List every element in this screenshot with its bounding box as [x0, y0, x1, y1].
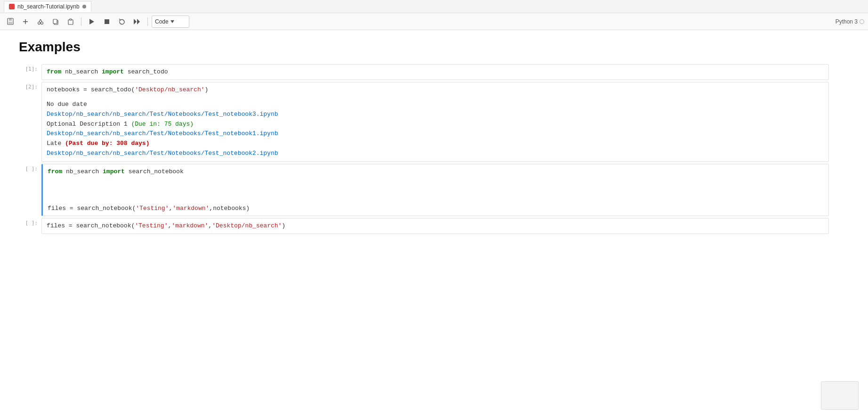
svg-line-8 — [41, 19, 42, 22]
tab-modified-indicator — [82, 5, 86, 8]
func-search-notebook-call: search_notebook — [77, 205, 132, 212]
output-link-notebook1[interactable]: Desktop/nb_search/nb_search/Test/Noteboo… — [47, 130, 278, 137]
separator-2 — [147, 17, 148, 26]
separator-1 — [81, 17, 81, 26]
run-button[interactable] — [85, 16, 98, 28]
func-search-todo: search_todo — [91, 86, 131, 93]
keyword-import-2: import — [103, 168, 125, 175]
cell-4: [ ]: files = search_notebook('Testing','… — [19, 218, 829, 234]
cell-3-input[interactable]: from nb_search import search_notebook fi… — [43, 164, 828, 216]
cell-4-input[interactable]: files = search_notebook('Testing','markd… — [42, 218, 828, 234]
module-name: nb_search — [65, 68, 98, 75]
cell-1-label: [1]: — [19, 64, 41, 72]
restart-button[interactable] — [115, 16, 129, 28]
svg-rect-12 — [70, 19, 72, 20]
copy-button[interactable] — [49, 16, 62, 28]
cell-2-input[interactable]: notebooks = search_todo('Desktop/nb_sear… — [42, 82, 828, 97]
string-testing: 'Testing' — [136, 205, 169, 212]
cell-3-content[interactable]: from nb_search import search_notebook fi… — [41, 164, 829, 217]
output-link-notebook3[interactable]: Desktop/nb_search/nb_search/Test/Noteboo… — [47, 111, 278, 118]
cell-2-label: [2]: — [19, 82, 41, 90]
cell-2-content[interactable]: notebooks = search_todo('Desktop/nb_sear… — [41, 82, 829, 162]
svg-point-5 — [38, 22, 41, 24]
cell-1-input[interactable]: from nb_search import search_todo — [42, 64, 828, 80]
cell-2-output: No due date Desktop/nb_search/nb_search/… — [42, 97, 828, 161]
svg-marker-17 — [170, 20, 174, 23]
output-optional-desc: Optional Description 1 — [47, 121, 131, 128]
var-notebooks-ref: notebooks — [213, 205, 246, 212]
svg-rect-2 — [8, 22, 12, 24]
add-cell-button[interactable] — [19, 16, 32, 28]
func-search-notebook-call-2: search_notebook — [76, 222, 131, 229]
string-markdown: 'markdown' — [172, 205, 209, 212]
output-line-6: Desktop/nb_search/nb_search/Test/Noteboo… — [47, 149, 824, 159]
output-line-4: Desktop/nb_search/nb_search/Test/Noteboo… — [47, 129, 824, 139]
cell-1: [1]: from nb_search import search_todo — [19, 64, 829, 80]
string-path-2: 'Desktop/nb_search' — [212, 222, 282, 229]
keyword-from: from — [47, 68, 61, 75]
tab-icon — [9, 4, 15, 9]
cell-2: [2]: notebooks = search_todo('Desktop/nb… — [19, 82, 829, 162]
cell-4-content[interactable]: files = search_notebook('Testing','markd… — [41, 218, 829, 234]
toolbar: Code Python 3 — [0, 13, 868, 30]
module-name-2: nb_search — [66, 168, 99, 175]
var-files: files — [48, 205, 66, 212]
output-line-2: Desktop/nb_search/nb_search/Test/Noteboo… — [47, 110, 824, 120]
output-link-notebook2[interactable]: Desktop/nb_search/nb_search/Test/Noteboo… — [47, 150, 278, 157]
output-past-due: (Past due by: 308 days) — [65, 140, 149, 147]
notebook-body: Examples [1]: from nb_search import sear… — [0, 30, 848, 245]
var-files-2: files — [47, 222, 65, 229]
string-path: 'Desktop/nb_search' — [135, 86, 204, 93]
keyword-import: import — [102, 68, 124, 75]
kernel-status-indicator — [860, 19, 864, 24]
svg-rect-10 — [53, 19, 57, 24]
python-version-label: Python 3 — [836, 18, 858, 25]
cell-1-content[interactable]: from nb_search import search_todo — [41, 64, 829, 80]
func-name: search_todo — [128, 68, 168, 75]
titlebar: nb_search-Tutorial.ipynb — [0, 0, 868, 13]
string-testing-2: 'Testing' — [135, 222, 168, 229]
save-button[interactable] — [4, 16, 17, 28]
output-line-5: Late (Past due by: 308 days) — [47, 139, 824, 149]
output-no-due: No due date — [47, 101, 87, 108]
svg-rect-14 — [105, 19, 109, 24]
svg-marker-16 — [137, 19, 140, 24]
output-line-3: Optional Description 1 (Due in: 75 days) — [47, 120, 824, 129]
cell-type-label: Code — [155, 18, 169, 25]
output-line-1: No due date — [47, 100, 824, 110]
restart-run-button[interactable] — [130, 16, 144, 28]
svg-line-7 — [39, 19, 41, 22]
svg-point-6 — [41, 22, 43, 24]
tab-title: nb_search-Tutorial.ipynb — [17, 3, 80, 10]
cell-4-label: [ ]: — [19, 218, 41, 226]
svg-rect-1 — [9, 18, 12, 21]
cut-button[interactable] — [34, 16, 47, 28]
keyword-from-2: from — [48, 168, 62, 175]
cell-3-label: [ ]: — [19, 164, 41, 172]
kernel-label: Python 3 — [836, 18, 864, 25]
output-late-label: Late — [47, 140, 65, 147]
stop-button[interactable] — [100, 16, 114, 28]
svg-marker-13 — [89, 19, 94, 24]
svg-marker-15 — [134, 19, 137, 24]
notebook-tab[interactable]: nb_search-Tutorial.ipynb — [4, 1, 91, 12]
paste-button[interactable] — [64, 16, 77, 28]
notebook-title: Examples — [19, 40, 829, 55]
cell-3: [ ]: from nb_search import search_notebo… — [19, 164, 829, 217]
output-due-in: (Due in: 75 days) — [131, 121, 194, 128]
var-notebooks: notebooks — [47, 86, 80, 93]
func-search-notebook: search_notebook — [129, 168, 184, 175]
cell-type-dropdown[interactable]: Code — [152, 16, 189, 28]
string-markdown-2: 'markdown' — [171, 222, 208, 229]
